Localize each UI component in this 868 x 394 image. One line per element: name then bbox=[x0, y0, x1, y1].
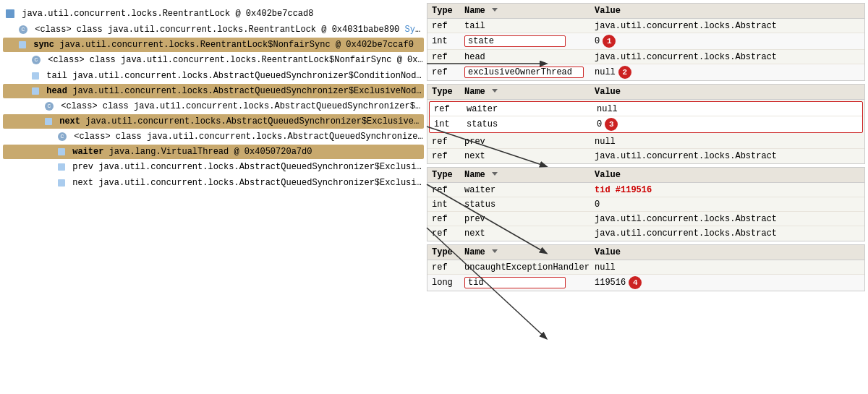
row-type: ref bbox=[427, 151, 460, 161]
row-type: ref bbox=[430, 104, 462, 114]
header-type: Type bbox=[427, 170, 460, 180]
row-type: ref bbox=[427, 262, 460, 273]
row-value: 0 bbox=[590, 200, 864, 210]
row-type: ref bbox=[427, 67, 460, 77]
next2-label: next java.util.concurrent.locks.Abstract… bbox=[72, 178, 424, 188]
table-row: ref prev java.util.concurrent.locks.Abst… bbox=[427, 212, 864, 226]
header-type: Type bbox=[427, 6, 460, 16]
row-value: 0 1 bbox=[590, 35, 864, 48]
list-item[interactable]: c <class> class java.util.concurrent.loc… bbox=[3, 52, 424, 68]
table-row: int state 0 1 bbox=[427, 33, 864, 50]
sync-label: sync java.util.concurrent.locks.Reentran… bbox=[33, 40, 414, 50]
table-row: long tid 119516 4 bbox=[427, 275, 864, 291]
list-item[interactable]: c <class> class java.util.concurrent.loc… bbox=[3, 98, 424, 114]
panel-1: Type Name Value ref tail java.util.concu… bbox=[427, 3, 865, 81]
status-value: 0 bbox=[597, 119, 602, 129]
prev-label: prev java.util.concurrent.locks.Abstract… bbox=[72, 162, 424, 172]
row-value: null bbox=[590, 137, 864, 147]
row-name: next bbox=[460, 151, 590, 161]
row-value: java.util.concurrent.locks.Abstract bbox=[590, 52, 864, 62]
badge-3: 3 bbox=[605, 118, 618, 131]
panel-3-header: Type Name Value bbox=[427, 168, 864, 183]
row-name: prev bbox=[460, 137, 590, 147]
field-icon bbox=[58, 148, 65, 155]
group-border: ref waiter null int status 0 3 bbox=[429, 101, 863, 133]
row-type: ref bbox=[427, 185, 460, 195]
head-item[interactable]: head java.util.concurrent.locks.Abstract… bbox=[3, 84, 424, 98]
sort-arrow-icon bbox=[492, 249, 498, 253]
header-name: Name bbox=[460, 170, 590, 180]
field-icon bbox=[58, 163, 65, 171]
root-label: java.util.concurrent.locks.ReentrantLock… bbox=[22, 9, 313, 19]
row-value: java.util.concurrent.locks.Abstract bbox=[590, 228, 864, 239]
row-name: waiter bbox=[462, 104, 592, 114]
class-icon: c bbox=[19, 25, 27, 34]
row-value: null bbox=[590, 262, 864, 273]
row-name: exclusiveOwnerThread bbox=[460, 67, 590, 78]
head-label: head java.util.concurrent.locks.Abstract… bbox=[46, 86, 424, 96]
tail-item[interactable]: tail java.util.concurrent.locks.Abstract… bbox=[3, 68, 424, 84]
list-item[interactable]: c <class> class java.util.concurrent.loc… bbox=[3, 22, 424, 38]
table-row: ref next java.util.concurrent.locks.Abst… bbox=[427, 226, 864, 241]
table-row: ref prev null bbox=[427, 134, 864, 149]
list-item[interactable]: c <class> class java.util.concurrent.loc… bbox=[3, 129, 424, 145]
item-label: <class> class java.util.concurrent.locks… bbox=[48, 55, 424, 65]
header-name: Name bbox=[460, 6, 590, 16]
row-name: state bbox=[460, 35, 590, 47]
row-value: 0 3 bbox=[592, 118, 862, 131]
next-item[interactable]: next java.util.concurrent.locks.Abstract… bbox=[3, 114, 424, 129]
row-name: tail bbox=[460, 21, 590, 31]
panel-3: Type Name Value ref waiter tid #119516 i… bbox=[427, 167, 865, 241]
table-row: int status 0 bbox=[427, 197, 864, 212]
row-name: head bbox=[460, 52, 590, 62]
grouped-rows: ref waiter null int status 0 3 bbox=[429, 101, 863, 133]
row-name: status bbox=[462, 119, 592, 129]
header-name: Name bbox=[460, 247, 590, 257]
row-type: int bbox=[430, 119, 462, 129]
tid-name-bordered: tid bbox=[464, 277, 566, 288]
row-value: java.util.concurrent.locks.Abstract bbox=[590, 214, 864, 224]
header-value: Value bbox=[590, 247, 864, 257]
table-row: ref tail java.util.concurrent.locks.Abst… bbox=[427, 19, 864, 33]
tree-panel: java.util.concurrent.locks.ReentrantLock… bbox=[0, 0, 427, 394]
row-type: int bbox=[427, 36, 460, 46]
field-icon bbox=[32, 87, 39, 95]
exclusive-value: null bbox=[595, 67, 616, 77]
panel-4-header: Type Name Value bbox=[427, 245, 864, 260]
row-value: tid #119516 bbox=[590, 185, 864, 195]
class-icon: c bbox=[45, 102, 54, 111]
item-label: <class> class java.util.concurrent.locks… bbox=[35, 25, 424, 35]
badge-4: 4 bbox=[629, 276, 642, 289]
badge-1: 1 bbox=[603, 35, 616, 48]
next2-item[interactable]: next java.util.concurrent.locks.Abstract… bbox=[3, 175, 424, 191]
field-icon bbox=[45, 118, 52, 125]
sort-arrow-icon bbox=[492, 172, 498, 176]
class-icon: c bbox=[58, 132, 67, 141]
panel-2: Type Name Value ref waiter null int stat… bbox=[427, 84, 865, 164]
field-icon bbox=[19, 41, 26, 48]
table-row: ref head java.util.concurrent.locks.Abst… bbox=[427, 50, 864, 64]
item-label: <class> class java.util.concurrent.locks… bbox=[61, 101, 424, 111]
row-value: null 2 bbox=[590, 66, 864, 79]
header-type: Type bbox=[427, 87, 460, 97]
row-name: status bbox=[460, 200, 590, 210]
table-row: ref waiter null bbox=[430, 102, 862, 116]
row-value: java.util.concurrent.locks.Abstract bbox=[590, 21, 864, 31]
row-type: ref bbox=[427, 214, 460, 224]
header-value: Value bbox=[590, 170, 864, 180]
row-value: java.util.concurrent.locks.Abstract bbox=[590, 151, 864, 161]
row-type: ref bbox=[427, 52, 460, 62]
row-name: waiter bbox=[460, 185, 590, 195]
sort-arrow-icon bbox=[492, 8, 498, 12]
row-type: ref bbox=[427, 21, 460, 31]
header-type: Type bbox=[427, 247, 460, 257]
class-icon: c bbox=[32, 56, 41, 64]
prev-item[interactable]: prev java.util.concurrent.locks.Abstract… bbox=[3, 159, 424, 175]
tree-root-item[interactable]: java.util.concurrent.locks.ReentrantLock… bbox=[3, 6, 424, 22]
header-value: Value bbox=[590, 87, 864, 97]
sync-item[interactable]: sync java.util.concurrent.locks.Reentran… bbox=[3, 38, 424, 52]
row-type: ref bbox=[427, 228, 460, 239]
exclusive-name-bordered: exclusiveOwnerThread bbox=[464, 67, 584, 78]
table-row: ref uncaughtExceptionHandler null bbox=[427, 260, 864, 275]
waiter-item[interactable]: waiter java.lang.VirtualThread @ 0x40507… bbox=[3, 145, 424, 159]
